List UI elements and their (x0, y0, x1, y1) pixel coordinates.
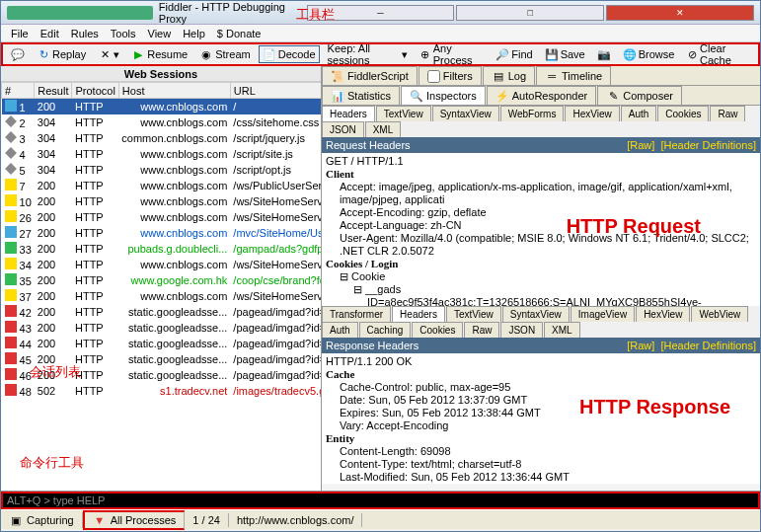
comment-button[interactable]: 💬 (7, 45, 29, 63)
menu-edit[interactable]: Edit (35, 28, 65, 39)
reqtab-xml[interactable]: XML (365, 121, 402, 137)
keep-dropdown[interactable]: Keep: All sessions ▾ (324, 40, 412, 68)
col-result[interactable]: Result (35, 83, 72, 99)
menu-tools[interactable]: Tools (105, 28, 142, 39)
reqtab-textview[interactable]: TextView (376, 106, 431, 121)
table-row[interactable]: 33200HTTPpubads.g.doublecli.../gampad/ad… (2, 241, 322, 257)
row-icon (5, 368, 17, 380)
row-icon (5, 384, 17, 396)
replay-button[interactable]: ↻Replay (33, 45, 90, 63)
sessions-title: Web Sessions (1, 66, 321, 82)
restab-raw[interactable]: Raw (464, 322, 499, 338)
tab-composer[interactable]: ✎Composer (597, 86, 682, 105)
row-icon (5, 147, 17, 159)
table-row[interactable]: 2304HTTPwww.cnblogs.com/css/sitehome.css (2, 114, 322, 130)
menu-help[interactable]: Help (177, 28, 211, 39)
table-row[interactable]: 45200HTTPstatic.googleadsse.../pagead/im… (2, 351, 322, 367)
save-icon: 💾 (545, 47, 559, 61)
table-row[interactable]: 26200HTTPwww.cnblogs.com/ws/SiteHomeServ… (2, 209, 322, 225)
restab-cookies[interactable]: Cookies (412, 322, 463, 338)
restab-image[interactable]: ImageView (571, 306, 635, 322)
request-defs-link[interactable]: [Header Definitions] (660, 139, 756, 151)
response-defs-link[interactable]: [Header Definitions] (660, 340, 756, 351)
reqtab-json[interactable]: JSON (322, 121, 364, 137)
decode-button[interactable]: 📄Decode (259, 45, 320, 63)
stream-button[interactable]: ◉Stream (195, 45, 254, 63)
row-icon (5, 210, 17, 222)
minimize-button[interactable]: ─ (307, 5, 455, 21)
remove-button[interactable]: ✕▾ (94, 45, 123, 63)
find-button[interactable]: 🔎Find (492, 45, 536, 63)
table-row[interactable]: 48502HTTPs1.tradecv.net/images/tradecv5.… (2, 383, 322, 399)
restab-auth[interactable]: Auth (322, 322, 358, 338)
row-icon (5, 352, 17, 364)
restab-hex[interactable]: HexView (636, 306, 690, 322)
menu-donate[interactable]: $ Donate (211, 28, 267, 39)
reqtab-headers[interactable]: Headers (322, 106, 375, 121)
table-row[interactable]: 10200HTTPwww.cnblogs.com/ws/SiteHomeServ… (2, 193, 322, 209)
table-row[interactable]: 46200HTTPstatic.googleadsse.../pagead/im… (2, 367, 322, 383)
reqtab-raw[interactable]: Raw (710, 106, 745, 121)
table-row[interactable]: 37200HTTPwww.cnblogs.com/ws/SiteHomeServ… (2, 288, 322, 304)
filters-checkbox[interactable] (427, 70, 440, 83)
reqtab-cookies[interactable]: Cookies (657, 106, 709, 121)
col-num[interactable]: # (2, 83, 35, 99)
restab-headers[interactable]: Headers (392, 306, 445, 322)
table-row[interactable]: 27200HTTPwww.cnblogs.com/mvc/SiteHome/Us… (2, 225, 322, 241)
table-row[interactable]: 3304HTTPcommon.cnblogs.com/script/jquery… (2, 130, 322, 146)
table-row[interactable]: 4304HTTPwww.cnblogs.com/script/site.js (2, 146, 322, 162)
maximize-button[interactable]: □ (456, 5, 604, 21)
camera-button[interactable]: 📷 (593, 45, 615, 63)
row-icon (5, 258, 17, 269)
menu-rules[interactable]: Rules (65, 28, 105, 39)
restab-textview[interactable]: TextView (446, 306, 501, 322)
restab-syntax[interactable]: SyntaxView (502, 306, 570, 322)
restab-json[interactable]: JSON (500, 322, 543, 338)
process-filter[interactable]: ▼All Processes (83, 510, 186, 530)
restab-web[interactable]: WebView (691, 306, 748, 322)
resume-button[interactable]: ▶Resume (127, 45, 191, 63)
response-raw-link[interactable]: [Raw] (627, 340, 654, 351)
reqtab-auth[interactable]: Auth (621, 106, 657, 121)
col-protocol[interactable]: Protocol (72, 83, 118, 99)
table-row[interactable]: 42200HTTPstatic.googleadsse.../pagead/im… (2, 304, 322, 320)
request-content[interactable]: GET / HTTP/1.1 Client Accept: image/jpeg… (322, 153, 760, 306)
table-row[interactable]: 43200HTTPstatic.googleadsse.../pagead/im… (2, 320, 322, 336)
tab-statistics[interactable]: 📊Statistics (322, 86, 400, 105)
clear-cache-button[interactable]: ⊘Clear Cache (682, 40, 754, 68)
reqtab-webforms[interactable]: WebForms (500, 106, 565, 121)
reqtab-hex[interactable]: HexView (565, 106, 619, 121)
response-content[interactable]: HTTP/1.1 200 OK Cache Cache-Control: pub… (322, 353, 760, 484)
table-row[interactable]: 1200HTTPwww.cnblogs.com/ (2, 99, 322, 115)
any-process-button[interactable]: ⊕Any Process (416, 40, 488, 68)
table-row[interactable]: 44200HTTPstatic.googleadsse.../pagead/im… (2, 336, 322, 351)
request-raw-link[interactable]: [Raw] (627, 139, 654, 151)
restab-transformer[interactable]: Transformer (322, 306, 391, 322)
reqtab-syntax[interactable]: SyntaxView (432, 106, 499, 121)
restab-xml[interactable]: XML (544, 322, 580, 338)
table-row[interactable]: 5304HTTPwww.cnblogs.com/script/opt.js (2, 162, 322, 178)
tab-fiddlerscript[interactable]: 📜FiddlerScript (322, 66, 418, 85)
tab-filters[interactable]: Filters (419, 66, 482, 85)
capturing-toggle[interactable]: ▣Capturing (1, 512, 83, 528)
menu-file[interactable]: File (5, 28, 35, 39)
tab-inspectors[interactable]: 🔍Inspectors (401, 86, 486, 105)
tab-log[interactable]: ▤Log (483, 66, 535, 85)
command-line[interactable]: ALT+Q > type HELP (1, 492, 760, 509)
col-url[interactable]: URL (230, 83, 321, 99)
restab-caching[interactable]: Caching (359, 322, 412, 338)
globe-icon: 🌐 (623, 47, 637, 61)
tab-timeline[interactable]: ═Timeline (536, 66, 611, 85)
table-row[interactable]: 34200HTTPwww.cnblogs.com/ws/SiteHomeServ… (2, 257, 322, 272)
close-button[interactable]: ✕ (606, 5, 754, 21)
tab-autoresponder[interactable]: ⚡AutoResponder (487, 86, 596, 105)
menu-view[interactable]: View (142, 28, 178, 39)
save-button[interactable]: 💾Save (541, 45, 589, 63)
table-row[interactable]: 35200HTTPwww.google.com.hk/coop/cse/bran… (2, 272, 322, 288)
browse-button[interactable]: 🌐Browse (619, 45, 679, 63)
sessions-grid[interactable]: # Result Protocol Host URL 1200HTTPwww.c… (1, 82, 321, 491)
stream-icon: ◉ (199, 47, 213, 61)
table-row[interactable]: 7200HTTPwww.cnblogs.com/ws/PublicUserSer… (2, 178, 322, 193)
status-bar: ▣Capturing ▼All Processes 1 / 24 http://… (1, 509, 760, 529)
col-host[interactable]: Host (118, 83, 230, 99)
